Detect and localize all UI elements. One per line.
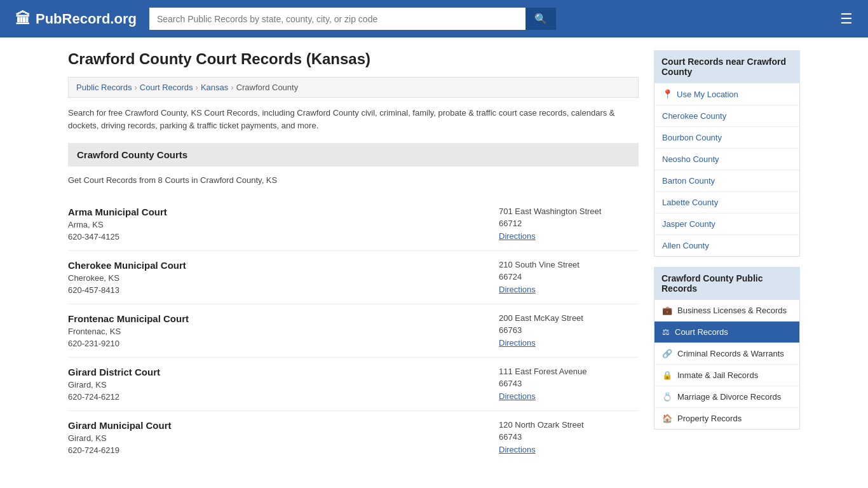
public-records-header: Crawford County Public Records <box>654 267 800 300</box>
breadcrumb: Public Records › Court Records › Kansas … <box>68 77 639 98</box>
directions-link[interactable]: Directions <box>499 338 536 348</box>
record-link[interactable]: Court Records <box>675 327 728 337</box>
court-entry: Arma Municipal Court Arma, KS 620-347-41… <box>68 198 639 251</box>
site-logo[interactable]: 🏛 PubRecord.org <box>15 10 137 28</box>
court-zip: 66763 <box>499 325 639 335</box>
nearby-county-link[interactable]: Barton County <box>662 176 715 186</box>
nearby-county-item[interactable]: Neosho County <box>654 149 799 170</box>
nearby-county-link[interactable]: Allen County <box>662 241 709 250</box>
public-record-item[interactable]: 🔒 Inmate & Jail Records <box>654 365 799 386</box>
court-city: Arma, KS <box>68 220 167 229</box>
record-link[interactable]: Inmate & Jail Records <box>677 370 758 380</box>
court-phone: 620-231-9210 <box>68 339 189 348</box>
content-area: Crawford County Court Records (Kansas) P… <box>68 50 639 464</box>
court-zip: 66743 <box>499 379 639 388</box>
courts-section-header: Crawford County Courts <box>68 143 639 166</box>
record-link[interactable]: Property Records <box>677 414 742 423</box>
nearby-county-link[interactable]: Labette County <box>662 198 718 207</box>
record-icon: 🔒 <box>662 370 672 380</box>
breadcrumb-sep-3: › <box>231 83 233 92</box>
court-left: Cherokee Municipal Court Cherokee, KS 62… <box>68 260 186 295</box>
court-right: 120 North Ozark Street 66743 Directions <box>499 420 639 455</box>
court-right: 200 East McKay Street 66763 Directions <box>499 313 639 348</box>
nearby-county-link[interactable]: Jasper County <box>662 219 715 229</box>
nearby-county-item[interactable]: Allen County <box>654 235 799 256</box>
page-title: Crawford County Court Records (Kansas) <box>68 50 639 68</box>
breadcrumb-court-records[interactable]: Court Records <box>140 83 193 92</box>
court-city: Girard, KS <box>68 380 160 390</box>
nearby-county-link[interactable]: Bourbon County <box>662 133 722 142</box>
public-record-item[interactable]: ⚖ Court Records <box>654 322 799 343</box>
court-phone: 620-724-6219 <box>68 445 172 455</box>
court-entry: Girard District Court Girard, KS 620-724… <box>68 358 639 411</box>
court-city: Frontenac, KS <box>68 327 189 336</box>
court-right: 210 South Vine Street 66724 Directions <box>499 260 639 295</box>
record-link[interactable]: Criminal Records & Warrants <box>677 349 784 358</box>
court-city: Cherokee, KS <box>68 273 186 283</box>
record-icon: ⚖ <box>662 327 670 337</box>
location-icon: 📍 <box>662 89 673 99</box>
nearby-county-item[interactable]: Jasper County <box>654 214 799 235</box>
court-zip: 66743 <box>499 432 639 442</box>
nearby-county-item[interactable]: Bourbon County <box>654 127 799 149</box>
breadcrumb-sep-2: › <box>196 83 198 92</box>
logo-text: PubRecord.org <box>36 11 137 27</box>
nearby-header: Court Records near Crawford County <box>654 50 800 83</box>
nearby-county-item[interactable]: Labette County <box>654 192 799 214</box>
court-zip: 66724 <box>499 272 639 281</box>
court-phone: 620-347-4125 <box>68 232 167 241</box>
court-left: Girard Municipal Court Girard, KS 620-72… <box>68 420 172 455</box>
public-record-item[interactable]: 🏠 Property Records <box>654 408 799 429</box>
search-bar: 🔍 <box>149 8 556 30</box>
sidebar: Court Records near Crawford County 📍 Use… <box>654 50 800 464</box>
courts-section-subtitle: Get Court Records from 8 Courts in Crawf… <box>68 173 639 187</box>
breadcrumb-kansas[interactable]: Kansas <box>201 83 228 92</box>
menu-button[interactable]: ☰ <box>840 11 853 27</box>
court-name: Cherokee Municipal Court <box>68 260 186 271</box>
nearby-county-link[interactable]: Cherokee County <box>662 111 726 121</box>
public-record-item[interactable]: 💍 Marriage & Divorce Records <box>654 386 799 408</box>
search-button[interactable]: 🔍 <box>526 8 556 30</box>
directions-link[interactable]: Directions <box>499 231 536 241</box>
court-name: Girard Municipal Court <box>68 420 172 431</box>
court-address: 200 East McKay Street <box>499 313 639 323</box>
court-entry: Girard Municipal Court Girard, KS 620-72… <box>68 411 639 464</box>
nearby-county-link[interactable]: Neosho County <box>662 154 719 164</box>
record-icon: 💍 <box>662 392 672 402</box>
court-address: 111 East Forest Avenue <box>499 367 639 376</box>
breadcrumb-sep-1: › <box>134 83 137 92</box>
nearby-county-item[interactable]: Cherokee County <box>654 105 799 127</box>
directions-link[interactable]: Directions <box>499 445 536 454</box>
record-icon: 💼 <box>662 306 672 315</box>
directions-link[interactable]: Directions <box>499 285 536 294</box>
site-header: 🏛 PubRecord.org 🔍 ☰ <box>0 0 868 37</box>
court-phone: 620-457-8413 <box>68 285 186 295</box>
search-input[interactable] <box>149 8 526 30</box>
page-description: Search for free Crawford County, KS Cour… <box>68 107 639 132</box>
court-name: Arma Municipal Court <box>68 207 167 217</box>
use-my-location[interactable]: 📍 Use My Location <box>654 83 799 105</box>
record-icon: 🔗 <box>662 349 672 358</box>
nearby-county-item[interactable]: Barton County <box>654 170 799 192</box>
record-link[interactable]: Business Licenses & Records <box>677 306 787 315</box>
court-left: Frontenac Municipal Court Frontenac, KS … <box>68 313 189 348</box>
court-address: 120 North Ozark Street <box>499 420 639 430</box>
public-records-list: 💼 Business Licenses & Records ⚖ Court Re… <box>654 300 800 430</box>
public-record-item[interactable]: 💼 Business Licenses & Records <box>654 300 799 322</box>
breadcrumb-public-records[interactable]: Public Records <box>76 83 132 92</box>
court-right: 111 East Forest Avenue 66743 Directions <box>499 367 639 402</box>
court-city: Girard, KS <box>68 433 172 443</box>
courts-list: Arma Municipal Court Arma, KS 620-347-41… <box>68 198 639 464</box>
court-phone: 620-724-6212 <box>68 392 160 402</box>
court-entry: Frontenac Municipal Court Frontenac, KS … <box>68 304 639 358</box>
court-name: Frontenac Municipal Court <box>68 313 189 324</box>
court-name: Girard District Court <box>68 367 160 377</box>
main-container: Crawford County Court Records (Kansas) P… <box>53 37 815 477</box>
court-left: Girard District Court Girard, KS 620-724… <box>68 367 160 402</box>
directions-link[interactable]: Directions <box>499 391 536 401</box>
record-icon: 🏠 <box>662 414 672 423</box>
nearby-counties-list: 📍 Use My Location Cherokee CountyBourbon… <box>654 83 800 257</box>
record-link[interactable]: Marriage & Divorce Records <box>677 392 781 402</box>
public-record-item[interactable]: 🔗 Criminal Records & Warrants <box>654 343 799 365</box>
court-address: 210 South Vine Street <box>499 260 639 269</box>
